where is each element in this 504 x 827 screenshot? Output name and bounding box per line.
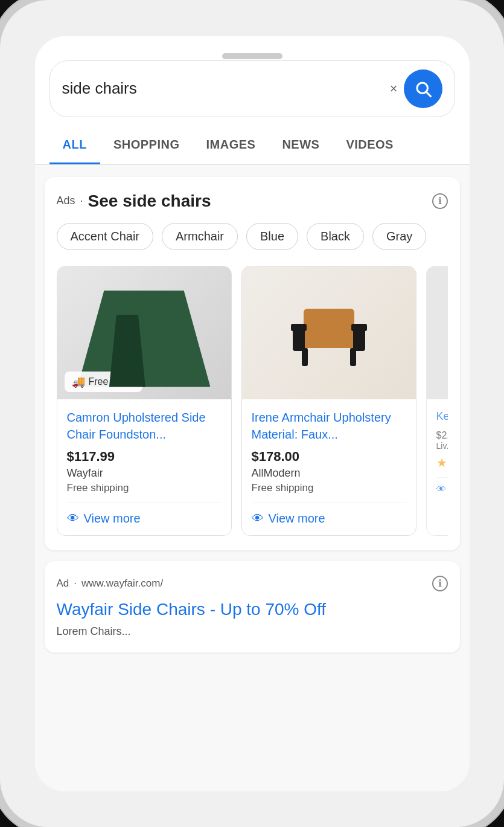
product-2-shipping: Free shipping [252, 482, 406, 494]
svg-rect-9 [351, 324, 367, 331]
product-1-shipping: Free shipping [67, 482, 222, 494]
search-input-text[interactable]: side chairs [62, 79, 384, 98]
ad-headline[interactable]: Wayfair Side Chairs - Up to 70% Off [57, 599, 448, 620]
tab-images[interactable]: IMAGES [193, 127, 269, 164]
search-icon [414, 80, 432, 98]
tab-bar: ALL SHOPPING IMAGES NEWS VIDEOS [35, 127, 470, 165]
ad-meta-left: Ad · www.wayfair.com/ [57, 578, 164, 590]
product-image-2 [242, 266, 416, 399]
chip-black[interactable]: Black [307, 223, 364, 250]
product-grid: 🚚 Free 2-day Camron Upholstered Side Cha… [57, 266, 448, 536]
clear-search-button[interactable]: × [390, 81, 398, 97]
filter-chips: Accent Chair Armchair Blue Black Gray [57, 223, 448, 253]
product-1-info: Camron Upholstered Side Chair Foundston.… [57, 399, 231, 535]
screen-content: side chairs × ALL SHOPPING IMAGES NEWS V… [35, 36, 470, 791]
product-2-view-more[interactable]: 👁 View more [252, 503, 406, 526]
tab-all[interactable]: ALL [49, 127, 100, 164]
ad-meta: Ad · www.wayfair.com/ ℹ [57, 576, 448, 591]
search-button[interactable] [404, 69, 442, 108]
product-card-1: 🚚 Free 2-day Camron Upholstered Side Cha… [57, 266, 232, 536]
svg-rect-6 [302, 348, 308, 366]
product-1-view-more[interactable]: 👁 View more [67, 503, 222, 526]
chip-gray[interactable]: Gray [372, 223, 426, 250]
ad-description: Lorem Chairs... [57, 625, 448, 638]
truck-icon: 🚚 [72, 375, 85, 388]
ads-label: Ads [57, 195, 75, 207]
view-more-text-2: View more [269, 512, 325, 526]
ads-title-row: Ads · See side chairs [57, 191, 211, 211]
ads-section-title: See side chairs [88, 191, 211, 211]
eye-icon-2: 👁 [252, 512, 264, 526]
product-image-3 [427, 266, 448, 399]
chip-armchair[interactable]: Armchair [162, 223, 238, 250]
product-3-info: Ke... $2... Liv... ★ 👁 [427, 399, 448, 504]
ads-dot: · [80, 195, 83, 207]
product-2-price: $178.00 [252, 449, 406, 465]
ad-info-icon[interactable]: ℹ [432, 576, 448, 591]
phone-frame: side chairs × ALL SHOPPING IMAGES NEWS V… [0, 0, 504, 827]
svg-line-1 [426, 92, 430, 96]
tab-shopping[interactable]: SHOPPING [100, 127, 193, 164]
product-2-info: Irene Armchair Upholstery Material: Faux… [242, 399, 416, 535]
product-2-store: AllModern [252, 467, 406, 480]
tab-videos[interactable]: VIDEOS [333, 127, 407, 164]
ads-header: Ads · See side chairs ℹ [57, 191, 448, 211]
product-1-price: $117.99 [67, 449, 222, 465]
wayfair-ad-card: Ad · www.wayfair.com/ ℹ Wayfair Side Cha… [45, 561, 460, 652]
product-1-name[interactable]: Camron Upholstered Side Chair Foundston.… [67, 409, 222, 443]
ads-info-icon[interactable]: ℹ [432, 193, 448, 209]
product-1-store: Wayfair [67, 467, 222, 480]
svg-rect-8 [291, 324, 307, 331]
product-card-3-partial: Ke... $2... Liv... ★ 👁 [426, 266, 448, 536]
chip-blue[interactable]: Blue [246, 223, 298, 250]
ad-url: www.wayfair.com/ [81, 578, 163, 590]
badge-text: Free 2-day [89, 376, 135, 387]
tab-news[interactable]: NEWS [269, 127, 333, 164]
main-content: Ads · See side chairs ℹ Accent Chair Arm… [35, 165, 470, 791]
view-more-text-1: View more [84, 512, 141, 526]
svg-rect-7 [350, 348, 356, 366]
ad-dot: · [74, 578, 77, 590]
phone-inner: side chairs × ALL SHOPPING IMAGES NEWS V… [35, 36, 470, 791]
product-3-name: Ke... [436, 409, 448, 424]
product-image-1: 🚚 Free 2-day [57, 266, 231, 399]
svg-rect-3 [304, 309, 354, 339]
ads-card: Ads · See side chairs ℹ Accent Chair Arm… [45, 177, 460, 550]
ad-label: Ad [57, 578, 69, 590]
free-2day-badge: 🚚 Free 2-day [65, 372, 142, 392]
product-card-2: Irene Armchair Upholstery Material: Faux… [241, 266, 416, 536]
search-bar: side chairs × [49, 60, 455, 117]
eye-icon-1: 👁 [67, 512, 79, 526]
speaker [222, 53, 282, 59]
chip-accent-chair[interactable]: Accent Chair [57, 223, 154, 250]
product-2-name[interactable]: Irene Armchair Upholstery Material: Faux… [252, 409, 406, 443]
armchair-svg [281, 285, 377, 381]
